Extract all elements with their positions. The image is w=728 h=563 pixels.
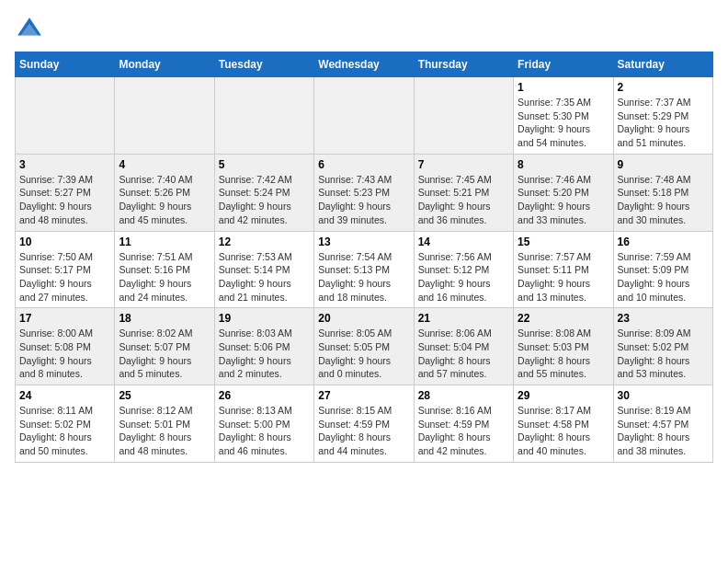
logo	[15, 15, 48, 44]
day-info: Sunrise: 7:40 AM Sunset: 5:26 PM Dayligh…	[119, 173, 210, 227]
day-info: Sunrise: 8:16 AM Sunset: 4:59 PM Dayligh…	[418, 404, 509, 458]
day-number: 13	[318, 236, 409, 248]
calendar-cell: 7Sunrise: 7:45 AM Sunset: 5:21 PM Daylig…	[414, 154, 513, 231]
day-number: 4	[119, 158, 210, 171]
day-number: 7	[418, 158, 509, 171]
day-info: Sunrise: 8:12 AM Sunset: 5:01 PM Dayligh…	[119, 404, 210, 458]
col-header-saturday: Saturday	[613, 52, 712, 77]
calendar-cell: 10Sunrise: 7:50 AM Sunset: 5:17 PM Dayli…	[16, 231, 115, 308]
col-header-wednesday: Wednesday	[314, 52, 414, 77]
day-number: 21	[418, 312, 509, 325]
calendar-cell	[414, 77, 513, 155]
calendar-cell: 22Sunrise: 8:08 AM Sunset: 5:03 PM Dayli…	[514, 308, 613, 385]
day-number: 28	[418, 389, 509, 402]
calendar-week-2: 3Sunrise: 7:39 AM Sunset: 5:27 PM Daylig…	[16, 154, 713, 231]
day-info: Sunrise: 8:08 AM Sunset: 5:03 PM Dayligh…	[518, 327, 609, 381]
calendar-cell: 16Sunrise: 7:59 AM Sunset: 5:09 PM Dayli…	[613, 231, 712, 308]
day-info: Sunrise: 8:03 AM Sunset: 5:06 PM Dayligh…	[219, 327, 310, 381]
calendar-cell: 11Sunrise: 7:51 AM Sunset: 5:16 PM Dayli…	[115, 231, 214, 308]
day-info: Sunrise: 8:11 AM Sunset: 5:02 PM Dayligh…	[19, 404, 110, 458]
day-number: 10	[19, 236, 110, 248]
calendar-cell: 20Sunrise: 8:05 AM Sunset: 5:05 PM Dayli…	[314, 308, 414, 385]
day-number: 16	[618, 236, 709, 248]
day-number: 15	[518, 236, 609, 248]
day-info: Sunrise: 8:02 AM Sunset: 5:07 PM Dayligh…	[119, 327, 210, 381]
day-number: 5	[219, 158, 310, 171]
calendar-cell: 4Sunrise: 7:40 AM Sunset: 5:26 PM Daylig…	[115, 154, 214, 231]
calendar-cell: 8Sunrise: 7:46 AM Sunset: 5:20 PM Daylig…	[514, 154, 613, 231]
day-info: Sunrise: 7:59 AM Sunset: 5:09 PM Dayligh…	[618, 250, 709, 304]
day-info: Sunrise: 8:17 AM Sunset: 4:58 PM Dayligh…	[518, 404, 609, 458]
day-number: 19	[219, 312, 310, 325]
calendar-cell: 9Sunrise: 7:48 AM Sunset: 5:18 PM Daylig…	[613, 154, 712, 231]
calendar-cell: 13Sunrise: 7:54 AM Sunset: 5:13 PM Dayli…	[314, 231, 414, 308]
calendar-cell: 2Sunrise: 7:37 AM Sunset: 5:29 PM Daylig…	[613, 77, 712, 155]
day-info: Sunrise: 7:39 AM Sunset: 5:27 PM Dayligh…	[19, 173, 110, 227]
day-info: Sunrise: 8:09 AM Sunset: 5:02 PM Dayligh…	[618, 327, 709, 381]
calendar-week-5: 24Sunrise: 8:11 AM Sunset: 5:02 PM Dayli…	[16, 385, 713, 463]
calendar-cell	[214, 77, 313, 155]
calendar-cell: 3Sunrise: 7:39 AM Sunset: 5:27 PM Daylig…	[16, 154, 115, 231]
calendar-week-4: 17Sunrise: 8:00 AM Sunset: 5:08 PM Dayli…	[16, 308, 713, 385]
day-number: 14	[418, 236, 509, 248]
day-number: 24	[19, 389, 110, 402]
day-number: 8	[518, 158, 609, 171]
calendar-cell: 15Sunrise: 7:57 AM Sunset: 5:11 PM Dayli…	[514, 231, 613, 308]
day-info: Sunrise: 7:45 AM Sunset: 5:21 PM Dayligh…	[418, 173, 509, 227]
day-number: 25	[119, 389, 210, 402]
day-number: 30	[618, 389, 709, 402]
calendar-week-1: 1Sunrise: 7:35 AM Sunset: 5:30 PM Daylig…	[16, 77, 713, 155]
day-number: 12	[219, 236, 310, 248]
day-number: 3	[19, 158, 110, 171]
calendar-cell: 21Sunrise: 8:06 AM Sunset: 5:04 PM Dayli…	[414, 308, 513, 385]
calendar-cell	[16, 77, 115, 155]
day-info: Sunrise: 8:06 AM Sunset: 5:04 PM Dayligh…	[418, 327, 509, 381]
calendar-cell: 28Sunrise: 8:16 AM Sunset: 4:59 PM Dayli…	[414, 385, 513, 463]
day-info: Sunrise: 7:42 AM Sunset: 5:24 PM Dayligh…	[219, 173, 310, 227]
col-header-sunday: Sunday	[16, 52, 115, 77]
day-info: Sunrise: 8:05 AM Sunset: 5:05 PM Dayligh…	[318, 327, 409, 381]
col-header-friday: Friday	[514, 52, 613, 77]
header-row: SundayMondayTuesdayWednesdayThursdayFrid…	[16, 52, 713, 77]
day-info: Sunrise: 7:54 AM Sunset: 5:13 PM Dayligh…	[318, 250, 409, 304]
day-info: Sunrise: 7:56 AM Sunset: 5:12 PM Dayligh…	[418, 250, 509, 304]
calendar-cell: 23Sunrise: 8:09 AM Sunset: 5:02 PM Dayli…	[613, 308, 712, 385]
calendar-cell: 6Sunrise: 7:43 AM Sunset: 5:23 PM Daylig…	[314, 154, 414, 231]
day-info: Sunrise: 8:00 AM Sunset: 5:08 PM Dayligh…	[19, 327, 110, 381]
calendar-cell	[314, 77, 414, 155]
calendar-cell: 14Sunrise: 7:56 AM Sunset: 5:12 PM Dayli…	[414, 231, 513, 308]
calendar-cell: 29Sunrise: 8:17 AM Sunset: 4:58 PM Dayli…	[514, 385, 613, 463]
calendar-cell: 27Sunrise: 8:15 AM Sunset: 4:59 PM Dayli…	[314, 385, 414, 463]
calendar-cell: 18Sunrise: 8:02 AM Sunset: 5:07 PM Dayli…	[115, 308, 214, 385]
calendar-table: SundayMondayTuesdayWednesdayThursdayFrid…	[15, 52, 713, 463]
page-header	[15, 15, 713, 44]
day-number: 26	[219, 389, 310, 402]
calendar-cell: 25Sunrise: 8:12 AM Sunset: 5:01 PM Dayli…	[115, 385, 214, 463]
day-info: Sunrise: 7:43 AM Sunset: 5:23 PM Dayligh…	[318, 173, 409, 227]
calendar-cell: 19Sunrise: 8:03 AM Sunset: 5:06 PM Dayli…	[214, 308, 313, 385]
col-header-thursday: Thursday	[414, 52, 513, 77]
calendar-cell: 17Sunrise: 8:00 AM Sunset: 5:08 PM Dayli…	[16, 308, 115, 385]
day-info: Sunrise: 8:19 AM Sunset: 4:57 PM Dayligh…	[618, 404, 709, 458]
day-info: Sunrise: 7:48 AM Sunset: 5:18 PM Dayligh…	[618, 173, 709, 227]
day-number: 29	[518, 389, 609, 402]
calendar-cell: 12Sunrise: 7:53 AM Sunset: 5:14 PM Dayli…	[214, 231, 313, 308]
day-info: Sunrise: 8:13 AM Sunset: 5:00 PM Dayligh…	[219, 404, 310, 458]
calendar-cell: 26Sunrise: 8:13 AM Sunset: 5:00 PM Dayli…	[214, 385, 313, 463]
logo-icon	[15, 15, 44, 44]
calendar-cell: 5Sunrise: 7:42 AM Sunset: 5:24 PM Daylig…	[214, 154, 313, 231]
day-number: 20	[318, 312, 409, 325]
day-number: 18	[119, 312, 210, 325]
calendar-week-3: 10Sunrise: 7:50 AM Sunset: 5:17 PM Dayli…	[16, 231, 713, 308]
day-number: 22	[518, 312, 609, 325]
col-header-monday: Monday	[115, 52, 214, 77]
calendar-cell	[115, 77, 214, 155]
day-info: Sunrise: 7:50 AM Sunset: 5:17 PM Dayligh…	[19, 250, 110, 304]
day-number: 17	[19, 312, 110, 325]
calendar-cell: 30Sunrise: 8:19 AM Sunset: 4:57 PM Dayli…	[613, 385, 712, 463]
day-info: Sunrise: 8:15 AM Sunset: 4:59 PM Dayligh…	[318, 404, 409, 458]
day-number: 6	[318, 158, 409, 171]
calendar-cell: 24Sunrise: 8:11 AM Sunset: 5:02 PM Dayli…	[16, 385, 115, 463]
day-info: Sunrise: 7:35 AM Sunset: 5:30 PM Dayligh…	[518, 96, 609, 150]
day-number: 27	[318, 389, 409, 402]
